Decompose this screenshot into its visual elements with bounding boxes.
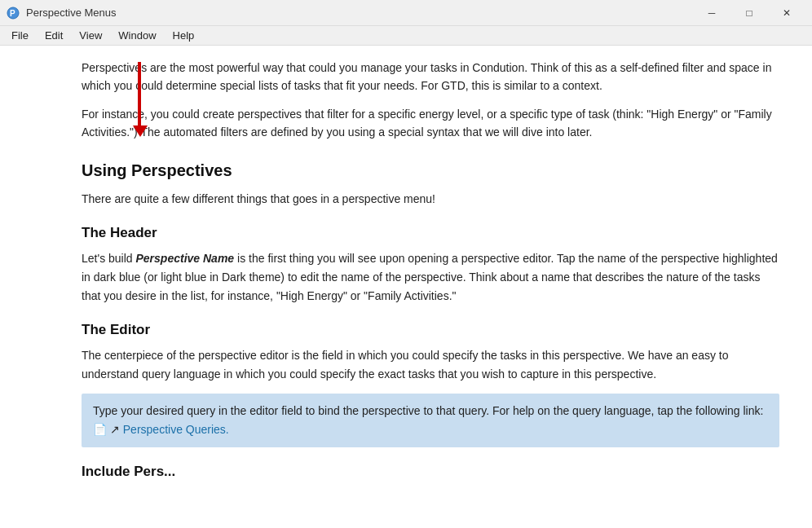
include-heading-text: Include Pers... [82,464,175,479]
highlight-box: Type your desired query in the editor fi… [82,394,779,447]
main-content[interactable]: Perspectives are the most powerful way t… [0,46,812,528]
content-wrapper: Perspectives are the most powerful way t… [0,46,812,528]
menu-edit[interactable]: Edit [37,28,71,43]
menu-file[interactable]: File [3,28,37,43]
section-include-heading: Include Pers... [82,464,779,480]
app-icon: P [7,7,20,20]
menu-view[interactable]: View [71,28,110,43]
window-controls: ─ □ ✕ [693,0,805,26]
menu-bar: File Edit View Window Help [0,26,812,46]
svg-text:P: P [10,9,15,18]
section-header-heading: The Header [82,225,779,241]
menu-window[interactable]: Window [110,28,164,43]
instance-paragraph: For instance, you could create perspecti… [82,105,779,142]
section-header-bold-italic: Perspective Name [136,252,235,265]
maximize-button[interactable]: □ [730,0,768,26]
window-title: Perspective Menus [26,7,117,19]
highlight-text: Type your desired query in the editor fi… [93,404,763,417]
intro-paragraph: Perspectives are the most powerful way t… [82,59,779,95]
menu-help[interactable]: Help [165,28,203,43]
section-editor-paragraph: The centerpiece of the perspective edito… [82,346,779,384]
perspective-queries-link[interactable]: Perspective Queries. [123,420,229,439]
section-using-heading: Using Perspectives [82,161,779,180]
link-icon: 📄 ↗ [93,423,123,436]
section-editor-heading: The Editor [82,322,779,338]
minimize-button[interactable]: ─ [693,0,730,26]
section-header-start: Let's build [82,252,136,265]
title-bar: P Perspective Menus ─ □ ✕ [0,0,812,26]
title-bar-left: P Perspective Menus [7,7,117,20]
section-header-paragraph: Let's build Perspective Name is the firs… [82,249,779,306]
close-button[interactable]: ✕ [768,0,805,26]
section-using-paragraph: There are quite a few different things t… [82,190,779,209]
